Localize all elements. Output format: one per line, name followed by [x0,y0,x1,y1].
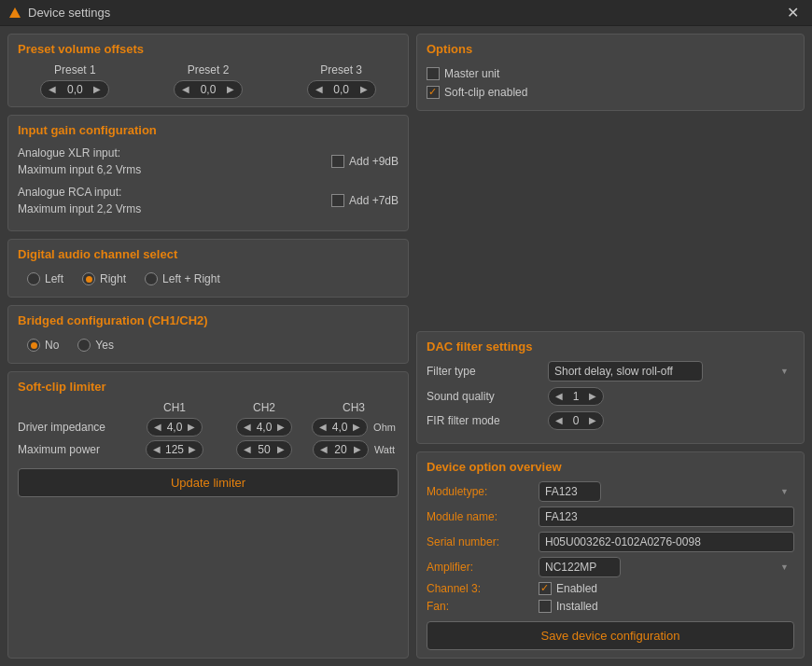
radio-no-inner [31,342,37,349]
module-name-input[interactable] [539,506,794,527]
options-title: Options [427,42,794,56]
input-gain-section: Input gain configuration Analogue XLR in… [7,115,409,231]
right-panel: Options Master unit Soft-clip enabled DA… [416,34,805,659]
radio-right[interactable]: Right [82,272,126,285]
soft-clip-enabled-label[interactable]: Soft-clip enabled [427,86,794,99]
module-name-label: Module name: [427,510,529,523]
radio-left-right[interactable]: Left + Right [145,272,220,285]
power-ch3-spinner[interactable]: ◀ 20 ▶ [313,440,369,459]
preset-3-inc[interactable]: ▶ [358,85,370,94]
master-unit-checkbox[interactable] [427,67,440,80]
impedance-ch1-inc[interactable]: ▶ [186,423,197,432]
dac-filter-title: DAC filter settings [427,340,794,354]
xlr-text: Analogue XLR input: Maximum input 6,2 Vr… [18,145,141,178]
fan-value: Installed [539,600,794,613]
xlr-checkbox[interactable] [331,155,344,168]
soft-clip-enabled-checkbox[interactable] [427,86,440,99]
radio-yes[interactable]: Yes [77,339,114,352]
sound-quality-inc[interactable]: ▶ [587,392,598,401]
options-checkboxes: Master unit Soft-clip enabled [427,63,794,103]
power-ch1-dec[interactable]: ◀ [151,445,162,454]
radio-right-outer[interactable] [82,272,95,285]
sound-quality-row: Sound quality ◀ 1 ▶ [427,387,794,406]
limiter-ch3-header: CH3 [309,401,399,414]
bridged-title: Bridged configuration (CH1/CH2) [18,313,399,327]
power-ch1-spinner[interactable]: ◀ 125 ▶ [146,440,203,459]
impedance-ch2-dec[interactable]: ◀ [242,423,253,432]
radio-left-outer[interactable] [27,272,40,285]
app-icon [7,6,22,21]
fir-filter-spinner[interactable]: ◀ 0 ▶ [548,411,604,430]
impedance-ch1-spinner[interactable]: ◀ 4,0 ▶ [147,418,203,437]
impedance-ch3-dec[interactable]: ◀ [317,423,329,432]
rca-checkbox[interactable] [331,194,344,207]
impedance-ch1-val: 4,0 [166,421,183,434]
amplifier-label: Amplifier: [427,561,529,574]
fir-filter-dec[interactable]: ◀ [553,416,565,425]
filter-type-label: Filter type [427,365,539,378]
impedance-ch2-spinner[interactable]: ◀ 4,0 ▶ [236,418,292,437]
radio-left[interactable]: Left [27,272,63,285]
serial-number-input[interactable] [539,532,794,552]
moduletype-select-wrapper: FA123 [539,481,794,502]
digital-audio-title: Digital audio channel select [18,247,399,261]
preset-1-dec[interactable]: ◀ [47,85,58,94]
channel3-checkbox-label[interactable]: Enabled [539,582,794,595]
preset-2-inc[interactable]: ▶ [225,85,236,94]
channel3-checkbox[interactable] [539,582,552,595]
impedance-ch3-val: 4,0 [331,421,348,434]
preset-volume-title: Preset volume offsets [18,42,399,56]
driver-impedance-cells: ◀ 4,0 ▶ ◀ 4,0 ▶ ◀ [130,418,399,437]
power-ch2-dec[interactable]: ◀ [242,445,253,454]
radio-no[interactable]: No [27,339,59,352]
window-title: Device settings [28,6,110,20]
xlr-checkbox-label[interactable]: Add +9dB [331,155,399,168]
amplifier-select[interactable]: NC122MP [539,557,621,577]
close-button[interactable]: ✕ [781,4,805,22]
impedance-ch2-inc[interactable]: ▶ [275,423,287,432]
impedance-ch3-spinner[interactable]: ◀ 4,0 ▶ [312,418,368,437]
fan-row: Fan: Installed [427,600,794,613]
save-button[interactable]: Save device configuration [427,621,794,650]
preset-3-dec[interactable]: ◀ [314,85,325,94]
power-ch3-dec[interactable]: ◀ [318,445,329,454]
sound-quality-dec[interactable]: ◀ [553,392,565,401]
sound-quality-label: Sound quality [427,390,539,403]
power-ch2-inc[interactable]: ▶ [275,445,287,454]
radio-no-outer[interactable] [27,339,40,352]
power-ch3-inc[interactable]: ▶ [352,445,363,454]
power-ch2-spinner[interactable]: ◀ 50 ▶ [236,440,292,459]
preset-2-dec[interactable]: ◀ [180,85,191,94]
channel3-label: Channel 3: [427,582,529,595]
preset-1-spinner[interactable]: ◀ 0,0 ▶ [40,80,109,99]
preset-3-spinner[interactable]: ◀ 0,0 ▶ [307,80,376,99]
impedance-ch1-cell: ◀ 4,0 ▶ [130,418,219,437]
preset-1-inc[interactable]: ▶ [91,85,103,94]
radio-left-right-outer[interactable] [145,272,158,285]
preset-2-spinner[interactable]: ◀ 0,0 ▶ [174,80,243,99]
filter-type-select[interactable]: Short delay, slow roll-off Short delay, … [548,361,703,382]
moduletype-label: Moduletype: [427,485,529,498]
power-unit: Watt [374,444,395,455]
fan-checkbox[interactable] [539,600,552,613]
rca-checkbox-label[interactable]: Add +7dB [331,194,399,207]
moduletype-select[interactable]: FA123 [539,481,601,502]
moduletype-row: Moduletype: FA123 [427,481,794,502]
serial-number-value [539,532,794,552]
preset-2-col: Preset 2 ◀ 0,0 ▶ [151,63,266,99]
radio-yes-outer[interactable] [77,339,91,352]
impedance-ch3-inc[interactable]: ▶ [351,423,362,432]
main-content: Preset volume offsets Preset 1 ◀ 0,0 ▶ P… [0,26,812,666]
power-ch1-inc[interactable]: ▶ [187,445,198,454]
soft-clip-section: Soft-clip limiter CH1 CH2 CH3 Driver imp… [7,371,409,659]
dac-filter-section: DAC filter settings Filter type Short de… [416,331,805,444]
impedance-unit: Ohm [373,422,396,433]
update-limiter-button[interactable]: Update limiter [18,468,399,497]
fir-filter-inc[interactable]: ▶ [587,416,598,425]
master-unit-label[interactable]: Master unit [427,67,794,80]
sound-quality-spinner[interactable]: ◀ 1 ▶ [548,387,604,406]
fan-checkbox-label[interactable]: Installed [539,600,794,613]
impedance-ch1-dec[interactable]: ◀ [152,423,163,432]
device-option-title: Device option overview [427,460,794,474]
module-name-value [539,506,794,527]
